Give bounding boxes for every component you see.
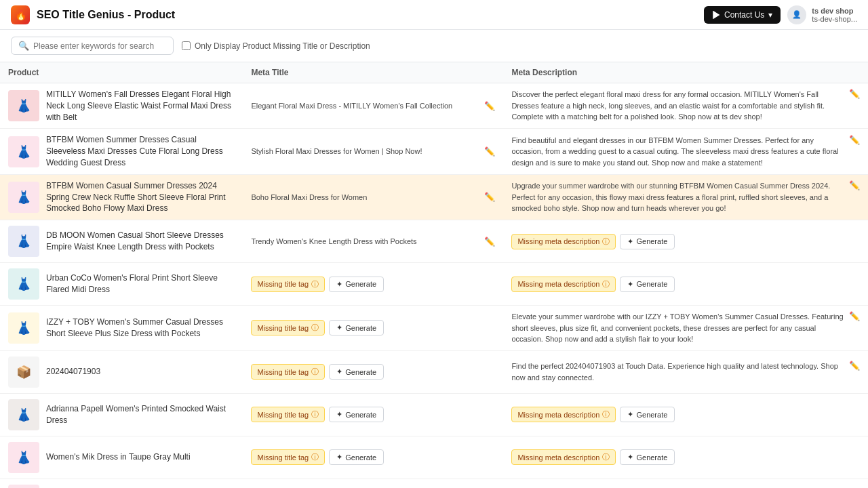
- generate-icon: ✦: [336, 323, 342, 332]
- edit-title-icon[interactable]: ✏️: [484, 192, 495, 202]
- product-cell-inner: 👗 Adrianna Papell Women's Printed Smocke…: [8, 399, 235, 430]
- info-icon: ⓘ: [602, 452, 610, 462]
- missing-title-text: Missing title tag: [257, 453, 309, 462]
- search-input[interactable]: [33, 41, 166, 51]
- product-cell: 👗 Urban CoCo Women's Floral Print Short …: [0, 263, 243, 306]
- edit-title-icon[interactable]: ✏️: [484, 237, 495, 247]
- generate-desc-label: Generate: [636, 237, 667, 245]
- meta-title-text: Elegant Floral Maxi Dress - MITILLY Wome…: [251, 100, 480, 112]
- meta-title-cell: Trendy Women's Knee Length Dress with Po…: [243, 220, 503, 263]
- generate-desc-label: Generate: [636, 280, 667, 288]
- generate-icon: ✦: [627, 410, 633, 419]
- missing-desc-badge: Missing meta description ⓘ: [511, 407, 616, 422]
- missing-title-badge: Missing title tag ⓘ: [251, 320, 325, 336]
- meta-desc-text: Upgrade your summer wardrobe with our st…: [511, 180, 845, 214]
- product-cell: 👗 Pink Queen Women's Casual Maxi Dresses…: [0, 479, 243, 488]
- edit-title-icon[interactable]: ✏️: [484, 101, 495, 111]
- generate-title-label: Generate: [345, 324, 376, 332]
- product-cell-inner: 👗 BTFBM Women Summer Dresses Casual Slee…: [8, 134, 235, 168]
- edit-desc-icon[interactable]: ✏️: [849, 361, 860, 371]
- generate-title-label: Generate: [345, 453, 376, 462]
- meta-desc-text: Find beautiful and elegant dresses in ou…: [511, 135, 845, 169]
- generate-title-button[interactable]: ✦ Generate: [329, 449, 384, 465]
- table-container[interactable]: Product Meta Title Meta Description 👗 MI…: [0, 62, 868, 488]
- meta-title-filled: Boho Floral Maxi Dress for Women ✏️: [251, 192, 495, 203]
- meta-title-cell: Missing title tag ⓘ ✦ Generate: [243, 393, 503, 436]
- col-header-product: Product: [0, 62, 243, 83]
- missing-title-text: Missing title tag: [257, 411, 309, 419]
- meta-desc-cell: Upgrade your summer wardrobe with our st…: [503, 174, 868, 220]
- product-cell: 📦 202404071903: [0, 350, 243, 393]
- missing-title-text: Missing title tag: [257, 280, 309, 288]
- edit-desc-icon[interactable]: ✏️: [849, 89, 860, 99]
- product-cell-inner: 👗 Women's Mik Dress in Taupe Gray Multi: [8, 442, 235, 473]
- product-image: 👗: [8, 312, 39, 344]
- meta-title-filled: Stylish Floral Maxi Dresses for Women | …: [251, 146, 495, 157]
- edit-desc-icon[interactable]: ✏️: [849, 180, 860, 190]
- missing-desc-text: Missing meta description: [517, 237, 599, 245]
- missing-title-badge: Missing title tag ⓘ: [251, 449, 325, 465]
- toolbar: 🔍 Only Display Product Missing Title or …: [0, 30, 868, 62]
- table-row: 👗 Pink Queen Women's Casual Maxi Dresses…: [0, 479, 868, 488]
- meta-desc-filled: Discover the perfect elegant floral maxi…: [511, 89, 860, 123]
- edit-desc-icon[interactable]: ✏️: [849, 135, 860, 145]
- info-icon: ⓘ: [311, 452, 319, 462]
- generate-icon: ✦: [627, 453, 633, 462]
- missing-title-badge: Missing title tag ⓘ: [251, 364, 325, 380]
- chevron-down-icon: ▾: [768, 10, 772, 20]
- contact-button[interactable]: Contact Us ▾: [704, 6, 781, 24]
- product-cell: 👗 BTFBM Women Casual Summer Dresses 2024…: [0, 174, 243, 220]
- svg-marker-0: [713, 12, 719, 18]
- meta-desc-missing: Missing meta description ⓘ ✦ Generate: [511, 277, 860, 292]
- generate-icon: ✦: [336, 453, 342, 462]
- edit-desc-icon[interactable]: ✏️: [849, 311, 860, 321]
- generate-desc-button[interactable]: ✦ Generate: [620, 407, 675, 422]
- meta-desc-filled: Find the perfect 202404071903 at Touch D…: [511, 361, 860, 383]
- product-image: 👗: [8, 136, 39, 167]
- logo-icon: 🔥: [11, 5, 30, 24]
- meta-title-cell: Missing title tag ⓘ ✦ Generate: [243, 436, 503, 479]
- generate-desc-button[interactable]: ✦ Generate: [620, 449, 675, 465]
- missing-filter-label[interactable]: Only Display Product Missing Title or De…: [182, 41, 370, 51]
- product-cell: 👗 Women's Mik Dress in Taupe Gray Multi: [0, 436, 243, 479]
- product-image: 👗: [8, 268, 39, 300]
- user-text: ts dev shop ts-dev-shop...: [812, 7, 857, 23]
- info-icon: ⓘ: [311, 279, 319, 289]
- missing-filter-checkbox[interactable]: [182, 41, 191, 50]
- table-row: 👗 Adrianna Papell Women's Printed Smocke…: [0, 393, 868, 436]
- contact-button-label: Contact Us: [724, 10, 764, 20]
- generate-title-button[interactable]: ✦ Generate: [329, 364, 384, 380]
- meta-desc-filled: Find beautiful and elegant dresses in ou…: [511, 135, 860, 169]
- edit-title-icon[interactable]: ✏️: [484, 146, 495, 157]
- meta-desc-cell: Missing meta description ⓘ ✦ Generate: [503, 263, 868, 306]
- meta-desc-cell: Elevate your summer wardrobe with our IZ…: [503, 306, 868, 351]
- generate-title-button[interactable]: ✦ Generate: [329, 320, 384, 336]
- app-title: SEO Title Genius - Product: [37, 9, 175, 21]
- generate-desc-button[interactable]: ✦ Generate: [620, 234, 675, 249]
- generate-icon: ✦: [336, 280, 342, 289]
- user-handle: ts-dev-shop...: [812, 15, 857, 23]
- products-table: Product Meta Title Meta Description 👗 MI…: [0, 62, 868, 488]
- generate-icon: ✦: [336, 410, 342, 419]
- search-box[interactable]: 🔍: [11, 37, 174, 55]
- product-name: DB MOON Women Casual Short Sleeve Dresse…: [46, 230, 235, 253]
- product-name: 202404071903: [46, 366, 100, 378]
- product-name: Women's Mik Dress in Taupe Gray Multi: [46, 451, 191, 463]
- product-name: MITILLY Women's Fall Dresses Elegant Flo…: [46, 89, 235, 123]
- table-row: 👗 DB MOON Women Casual Short Sleeve Dres…: [0, 220, 868, 263]
- meta-desc-cell: Missing meta description ⓘ ✦ Generate: [503, 393, 868, 436]
- meta-desc-missing: Missing meta description ⓘ ✦ Generate: [511, 407, 860, 422]
- generate-icon: ✦: [336, 367, 342, 376]
- meta-desc-cell: Missing meta description ⓘ ✦ Generate: [503, 220, 868, 263]
- meta-title-cell: Missing title tag ⓘ ✦ Generate: [243, 479, 503, 488]
- meta-title-missing: Missing title tag ⓘ ✦ Generate: [251, 364, 495, 380]
- generate-desc-button[interactable]: ✦ Generate: [620, 277, 675, 292]
- product-name: Adrianna Papell Women's Printed Smocked …: [46, 403, 235, 426]
- product-image: 👗: [8, 182, 39, 213]
- generate-title-button[interactable]: ✦ Generate: [329, 277, 384, 292]
- play-icon: [712, 11, 720, 19]
- meta-desc-text: Find the perfect 202404071903 at Touch D…: [511, 361, 845, 383]
- product-name: IZZY + TOBY Women's Summer Casual Dresse…: [46, 317, 235, 340]
- product-name: Urban CoCo Women's Floral Print Short Sl…: [46, 272, 235, 296]
- generate-title-button[interactable]: ✦ Generate: [329, 407, 384, 422]
